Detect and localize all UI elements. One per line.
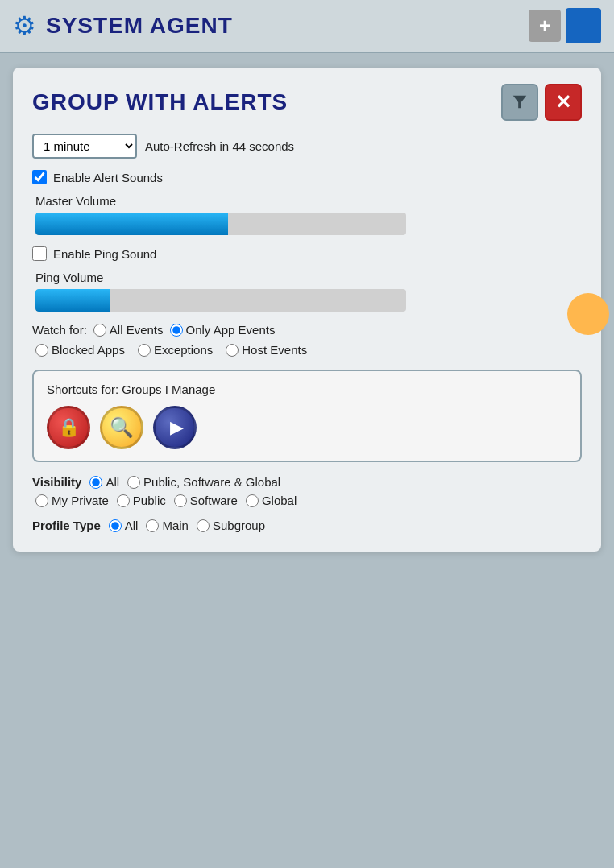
visibility-label: Visibility bbox=[32, 475, 81, 489]
vis-public-software-global-label[interactable]: Public, Software & Global bbox=[143, 475, 280, 489]
pt-all-radio[interactable] bbox=[109, 519, 122, 532]
only-app-events-option: Only App Events bbox=[170, 323, 276, 337]
pt-subgroup-option: Subgroup bbox=[197, 519, 265, 532]
pt-main-label[interactable]: Main bbox=[162, 519, 189, 532]
svg-marker-0 bbox=[513, 96, 527, 109]
profile-type-label: Profile Type bbox=[32, 519, 101, 532]
exceptions-option: Exceptions bbox=[138, 343, 213, 357]
enable-ping-sound-label[interactable]: Enable Ping Sound bbox=[53, 247, 156, 261]
app-header: ⚙ SYSTEM AGENT + bbox=[0, 0, 614, 53]
vis-all-option: All bbox=[89, 475, 119, 489]
host-events-label[interactable]: Host Events bbox=[242, 343, 307, 357]
watch-for-row2: Blocked Apps Exceptions Host Events bbox=[32, 343, 582, 357]
vis-my-private-radio[interactable] bbox=[35, 494, 48, 507]
shortcuts-title: Shortcuts for: Groups I Manage bbox=[47, 382, 567, 396]
pt-main-radio[interactable] bbox=[146, 519, 159, 532]
vis-global-option: Global bbox=[246, 494, 297, 507]
filter-button[interactable] bbox=[501, 84, 538, 121]
vis-global-radio[interactable] bbox=[246, 494, 259, 507]
exceptions-radio[interactable] bbox=[138, 344, 151, 357]
vis-my-private-label[interactable]: My Private bbox=[52, 494, 109, 507]
shortcuts-box: Shortcuts for: Groups I Manage 🔒 🔍 ▶ bbox=[32, 370, 582, 462]
enable-alert-sounds-row: Enable Alert Sounds bbox=[32, 170, 582, 184]
master-volume-fill bbox=[35, 213, 228, 235]
enable-alert-sounds-checkbox[interactable] bbox=[32, 170, 47, 184]
blue-nav-rect[interactable] bbox=[566, 8, 601, 43]
host-events-radio[interactable] bbox=[226, 344, 239, 357]
header-right: + bbox=[529, 8, 601, 43]
ping-volume-track[interactable] bbox=[35, 289, 406, 312]
play-symbol: ▶ bbox=[170, 417, 184, 438]
card-title: GROUP WITH ALERTS bbox=[32, 89, 288, 115]
orange-circle-decoration bbox=[567, 293, 609, 335]
exceptions-label[interactable]: Exceptions bbox=[154, 343, 213, 357]
search-symbol: 🔍 bbox=[110, 416, 134, 439]
enable-ping-sound-row: Enable Ping Sound bbox=[32, 246, 582, 261]
vis-global-label[interactable]: Global bbox=[262, 494, 297, 507]
host-events-option: Host Events bbox=[226, 343, 307, 357]
all-events-label[interactable]: All Events bbox=[110, 323, 164, 337]
app-title: SYSTEM AGENT bbox=[46, 13, 233, 39]
vis-all-label[interactable]: All bbox=[106, 475, 119, 489]
vis-software-radio[interactable] bbox=[174, 494, 187, 507]
card-header: GROUP WITH ALERTS ✕ bbox=[32, 84, 582, 121]
header-left: ⚙ SYSTEM AGENT bbox=[13, 10, 233, 41]
vis-public-software-global-radio[interactable] bbox=[127, 476, 140, 489]
auto-refresh-label: Auto-Refresh in 44 seconds bbox=[145, 139, 294, 153]
ping-volume-label: Ping Volume bbox=[32, 271, 582, 284]
vis-software-label[interactable]: Software bbox=[190, 494, 238, 507]
pt-all-label[interactable]: All bbox=[125, 519, 139, 532]
all-events-option: All Events bbox=[93, 323, 164, 337]
filter-icon bbox=[511, 93, 529, 111]
vis-public-label[interactable]: Public bbox=[133, 494, 166, 507]
refresh-select[interactable]: 1 minute 30 seconds 5 minutes 10 minutes… bbox=[32, 134, 137, 159]
enable-ping-sound-checkbox[interactable] bbox=[32, 246, 47, 261]
vis-all-radio[interactable] bbox=[89, 476, 102, 489]
ping-volume-slider-container bbox=[32, 289, 582, 312]
pt-all-option: All bbox=[109, 519, 139, 532]
vis-public-radio[interactable] bbox=[117, 494, 130, 507]
pt-subgroup-label[interactable]: Subgroup bbox=[213, 519, 265, 532]
pt-subgroup-radio[interactable] bbox=[197, 519, 210, 532]
card-buttons: ✕ bbox=[501, 84, 582, 121]
watch-for-row1: Watch for: All Events Only App Events bbox=[32, 323, 582, 337]
close-button[interactable]: ✕ bbox=[545, 84, 582, 121]
lock-symbol: 🔒 bbox=[58, 417, 80, 438]
blocked-apps-label[interactable]: Blocked Apps bbox=[52, 343, 125, 357]
master-volume-slider-container bbox=[32, 213, 582, 235]
visibility-row2: My Private Public Software Global bbox=[32, 494, 582, 507]
blocked-apps-radio[interactable] bbox=[35, 344, 48, 357]
only-app-events-label[interactable]: Only App Events bbox=[186, 323, 276, 337]
all-events-radio[interactable] bbox=[93, 324, 106, 337]
add-button[interactable]: + bbox=[529, 10, 561, 42]
refresh-row: 1 minute 30 seconds 5 minutes 10 minutes… bbox=[32, 134, 582, 159]
blocked-apps-option: Blocked Apps bbox=[35, 343, 125, 357]
vis-my-private-option: My Private bbox=[35, 494, 109, 507]
master-volume-label: Master Volume bbox=[32, 194, 582, 208]
vis-software-option: Software bbox=[174, 494, 238, 507]
gear-icon: ⚙ bbox=[13, 10, 36, 41]
master-volume-track[interactable] bbox=[35, 213, 406, 235]
watch-for-label: Watch for: bbox=[32, 323, 87, 337]
pt-main-option: Main bbox=[146, 519, 189, 532]
vis-public-software-global-option: Public, Software & Global bbox=[127, 475, 280, 489]
lock-shortcut-icon[interactable]: 🔒 bbox=[47, 406, 90, 449]
visibility-row1: Visibility All Public, Software & Global bbox=[32, 475, 582, 489]
ping-volume-fill bbox=[35, 289, 110, 312]
search-shortcut-icon[interactable]: 🔍 bbox=[100, 406, 143, 449]
enable-alert-sounds-label[interactable]: Enable Alert Sounds bbox=[53, 171, 163, 184]
only-app-events-radio[interactable] bbox=[170, 324, 183, 337]
profile-type-row: Profile Type All Main Subgroup bbox=[32, 519, 582, 532]
main-card: GROUP WITH ALERTS ✕ 1 minute 30 seconds … bbox=[13, 68, 601, 552]
shortcuts-icons: 🔒 🔍 ▶ bbox=[47, 406, 567, 449]
play-shortcut-icon[interactable]: ▶ bbox=[153, 406, 197, 449]
vis-public-option: Public bbox=[117, 494, 166, 507]
